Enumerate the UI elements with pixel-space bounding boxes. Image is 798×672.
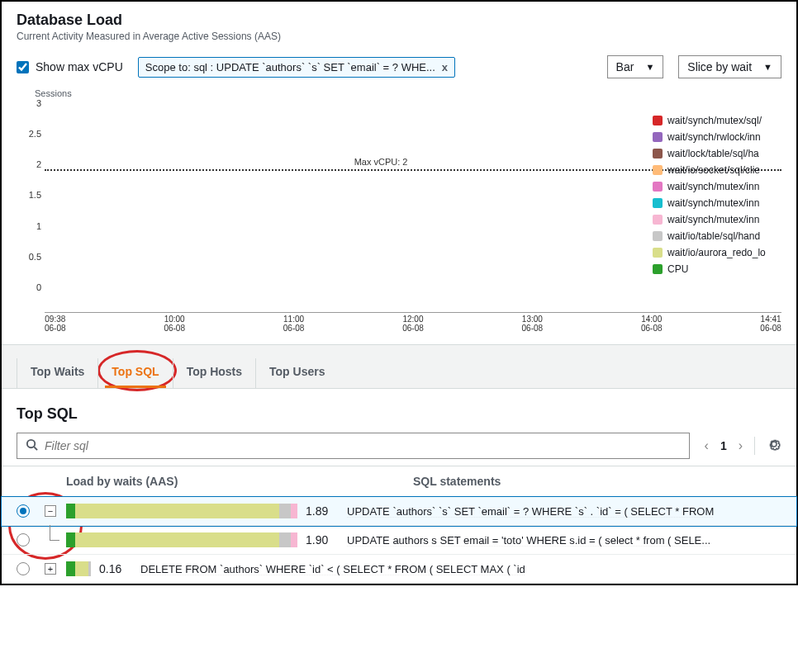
- legend-label: wait/lock/table/sql/ha: [667, 148, 759, 159]
- tab-top-sql[interactable]: Top SQL: [97, 358, 172, 388]
- legend-swatch: [653, 231, 663, 241]
- legend-item[interactable]: CPU: [653, 263, 785, 275]
- legend-label: wait/io/socket/sql/clie: [667, 164, 760, 176]
- legend-label: wait/synch/mutex/sql/: [667, 115, 762, 126]
- legend-swatch: [653, 116, 663, 125]
- legend-item[interactable]: wait/io/table/sql/hand: [653, 230, 785, 242]
- scope-prefix: Scope to:: [145, 61, 191, 73]
- table-row[interactable]: −1.89UPDATE `authors` `s` SET `email` = …: [2, 497, 796, 526]
- next-page-button[interactable]: ›: [739, 438, 743, 453]
- filter-sql-input[interactable]: [45, 439, 681, 452]
- legend-item[interactable]: wait/synch/mutex/inn: [653, 181, 785, 192]
- legend-label: wait/synch/mutex/inn: [667, 214, 759, 225]
- search-icon: [26, 438, 38, 453]
- row-radio[interactable]: [17, 504, 30, 518]
- legend-swatch: [653, 165, 663, 175]
- table-header: Load by waits (AAS) SQL statements: [2, 466, 796, 497]
- show-max-vcpu-checkbox[interactable]: Show max vCPU: [17, 60, 123, 73]
- x-tick: 12:0006-08: [402, 315, 424, 333]
- legend-label: wait/io/aurora_redo_lo: [667, 247, 766, 258]
- row-radio[interactable]: [17, 562, 30, 575]
- legend-swatch: [653, 264, 663, 274]
- page-subtitle: Current Activity Measured in Average Act…: [17, 31, 781, 42]
- legend-swatch: [653, 182, 663, 192]
- y-axis: 32.521.510.50: [17, 98, 41, 313]
- sql-statement[interactable]: UPDATE `authors` `s` SET `email` = ? WHE…: [347, 505, 781, 518]
- legend-item[interactable]: wait/synch/mutex/inn: [653, 214, 785, 225]
- tab-top-waits[interactable]: Top Waits: [17, 358, 97, 388]
- gear-icon[interactable]: [767, 437, 781, 455]
- table-row[interactable]: 1.90UPDATE authors s SET email = 'toto' …: [2, 526, 796, 555]
- legend-item[interactable]: wait/synch/mutex/inn: [653, 197, 785, 209]
- load-value: 1.90: [306, 533, 347, 547]
- filter-input-wrap[interactable]: [17, 433, 690, 459]
- x-tick: 13:0006-08: [522, 315, 544, 333]
- sql-statement[interactable]: DELETE FROM `authors` WHERE `id` < ( SEL…: [140, 563, 781, 575]
- x-tick: 14:0006-08: [641, 315, 663, 333]
- scope-tag[interactable]: Scope to: sql : UPDATE `authors` `s` SET…: [138, 57, 455, 78]
- chart-type-select[interactable]: Bar ▼: [607, 55, 664, 78]
- page-title: Database Load: [17, 12, 781, 29]
- tab-top-users[interactable]: Top Users: [255, 358, 338, 388]
- col-load[interactable]: Load by waits (AAS): [66, 475, 413, 488]
- show-max-vcpu-label: Show max vCPU: [36, 60, 123, 73]
- legend-label: wait/synch/mutex/inn: [667, 181, 759, 192]
- legend-item[interactable]: wait/io/aurora_redo_lo: [653, 247, 785, 258]
- load-bar: [66, 504, 297, 518]
- x-tick: 09:3806-08: [45, 315, 66, 333]
- expand-icon[interactable]: +: [45, 563, 56, 575]
- legend-label: wait/synch/mutex/inn: [667, 197, 759, 209]
- caret-down-icon: ▼: [763, 62, 772, 72]
- load-bar: [66, 532, 297, 547]
- legend-swatch: [653, 248, 663, 258]
- load-value: 0.16: [99, 562, 140, 575]
- caret-down-icon: ▼: [645, 62, 654, 72]
- load-value: 1.89: [306, 504, 347, 518]
- show-max-vcpu-input[interactable]: [17, 61, 29, 73]
- slice-by-select[interactable]: Slice by wait ▼: [678, 55, 781, 78]
- legend-swatch: [653, 149, 663, 159]
- page-number: 1: [720, 439, 727, 452]
- x-tick: 14:4106-08: [760, 315, 781, 333]
- pager: ‹ 1 ›: [705, 437, 781, 455]
- table-row[interactable]: +0.16DELETE FROM `authors` WHERE `id` < …: [2, 555, 796, 584]
- col-sql[interactable]: SQL statements: [413, 475, 781, 488]
- svg-point-0: [27, 440, 35, 447]
- chart-area: Sessions 32.521.510.50 Max vCPU: 2 wait/…: [2, 88, 796, 344]
- legend-swatch: [653, 198, 663, 208]
- legend-label: CPU: [667, 263, 688, 275]
- section-title: Top SQL: [17, 405, 781, 423]
- legend-item[interactable]: wait/io/socket/sql/clie: [653, 164, 785, 176]
- x-tick: 11:0006-08: [283, 315, 305, 333]
- svg-line-1: [34, 447, 37, 450]
- slice-by-value: Slice by wait: [687, 60, 752, 73]
- sql-statement[interactable]: UPDATE authors s SET email = 'toto' WHER…: [347, 534, 781, 547]
- tab-top-hosts[interactable]: Top Hosts: [173, 358, 255, 388]
- scope-value: sql : UPDATE `authors` `s` SET `email` =…: [193, 61, 435, 73]
- legend-label: wait/io/table/sql/hand: [667, 230, 760, 242]
- legend-label: wait/synch/rwlock/inn: [667, 131, 761, 143]
- tabs: Top WaitsTop SQLTop HostsTop Users: [2, 345, 796, 388]
- chart-legend: wait/synch/mutex/sql/wait/synch/rwlock/i…: [653, 115, 785, 280]
- y-axis-label: Sessions: [35, 88, 781, 98]
- collapse-icon[interactable]: −: [45, 505, 56, 517]
- divider: [754, 437, 755, 455]
- load-bar: [66, 561, 91, 576]
- table-body: −1.89UPDATE `authors` `s` SET `email` = …: [2, 497, 796, 584]
- prev-page-button[interactable]: ‹: [705, 438, 709, 453]
- x-tick: 10:0006-08: [164, 315, 185, 333]
- row-radio[interactable]: [17, 533, 30, 547]
- x-axis: 09:3806-0810:0006-0811:0006-0812:0006-08…: [45, 315, 781, 333]
- legend-swatch: [653, 132, 663, 142]
- sql-table: Load by waits (AAS) SQL statements −1.89…: [2, 466, 796, 584]
- legend-item[interactable]: wait/synch/rwlock/inn: [653, 131, 785, 143]
- legend-swatch: [653, 215, 663, 225]
- legend-item[interactable]: wait/lock/table/sql/ha: [653, 148, 785, 159]
- legend-item[interactable]: wait/synch/mutex/sql/: [653, 115, 785, 126]
- chart-type-value: Bar: [616, 60, 634, 73]
- close-icon[interactable]: x: [442, 61, 448, 73]
